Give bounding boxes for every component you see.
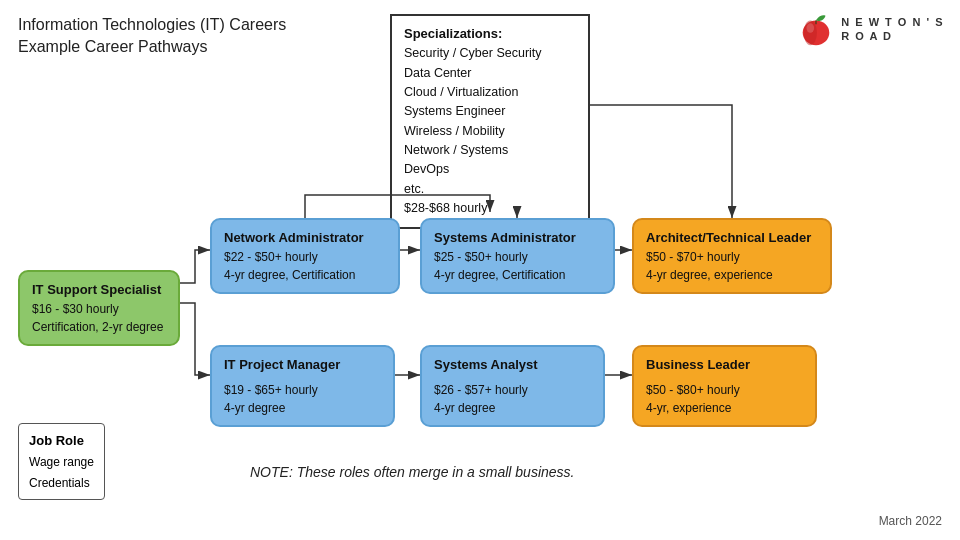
it-project-title: IT Project Manager — [224, 355, 381, 375]
it-support-card: IT Support Specialist $16 - $30 hourly C… — [18, 270, 180, 346]
network-admin-title: Network Administrator — [224, 228, 386, 248]
page-title: Information Technologies (IT) Careers Ex… — [18, 14, 286, 59]
systems-analyst-title: Systems Analyst — [434, 355, 591, 375]
network-admin-card: Network Administrator $22 - $50+ hourly … — [210, 218, 400, 294]
systems-analyst-cred: 4-yr degree — [434, 399, 591, 417]
architect-title: Architect/Technical Leader — [646, 228, 818, 248]
logo: N E W T O N ' S R O A D — [797, 10, 944, 48]
it-support-cred: Certification, 2-yr degree — [32, 318, 166, 336]
legend-title: Job Role — [29, 430, 94, 452]
it-project-cred: 4-yr degree — [224, 399, 381, 417]
network-admin-cred: 4-yr degree, Certification — [224, 266, 386, 284]
systems-admin-title: Systems Administrator — [434, 228, 601, 248]
legend: Job Role Wage range Credentials — [18, 423, 105, 500]
legend-wage: Wage range — [29, 452, 94, 472]
business-leader-wage: $50 - $80+ hourly — [646, 381, 803, 399]
legend-cred: Credentials — [29, 473, 94, 493]
architect-cred: 4-yr degree, experience — [646, 266, 818, 284]
it-support-title: IT Support Specialist — [32, 280, 166, 300]
specializations-box: Specializations: Security / Cyber Securi… — [390, 14, 590, 229]
business-leader-cred: 4-yr, experience — [646, 399, 803, 417]
systems-admin-wage: $25 - $50+ hourly — [434, 248, 601, 266]
spec-items: Security / Cyber Security Data Center Cl… — [404, 44, 576, 218]
it-project-card: IT Project Manager $19 - $65+ hourly 4-y… — [210, 345, 395, 427]
systems-admin-card: Systems Administrator $25 - $50+ hourly … — [420, 218, 615, 294]
it-support-wage: $16 - $30 hourly — [32, 300, 166, 318]
systems-analyst-card: Systems Analyst $26 - $57+ hourly 4-yr d… — [420, 345, 605, 427]
it-project-wage: $19 - $65+ hourly — [224, 381, 381, 399]
architect-wage: $50 - $70+ hourly — [646, 248, 818, 266]
network-admin-wage: $22 - $50+ hourly — [224, 248, 386, 266]
note-text: NOTE: These roles often merge in a small… — [250, 464, 574, 480]
spec-title: Specializations: — [404, 24, 576, 44]
date-stamp: March 2022 — [879, 514, 942, 528]
svg-point-3 — [807, 23, 815, 33]
systems-admin-cred: 4-yr degree, Certification — [434, 266, 601, 284]
systems-analyst-wage: $26 - $57+ hourly — [434, 381, 591, 399]
architect-card: Architect/Technical Leader $50 - $70+ ho… — [632, 218, 832, 294]
business-leader-card: Business Leader $50 - $80+ hourly 4-yr, … — [632, 345, 817, 427]
logo-icon — [797, 10, 835, 48]
business-leader-title: Business Leader — [646, 355, 803, 375]
